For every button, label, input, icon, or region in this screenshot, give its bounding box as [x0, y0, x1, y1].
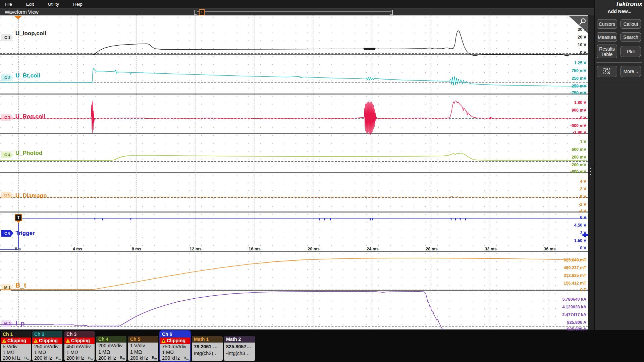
math2-settings-badge[interactable]: Math 2 825.8057… -intg(ch3…: [224, 336, 255, 361]
time-tick-label: 28 ms: [426, 247, 437, 251]
results-table-button[interactable]: Results Table: [597, 45, 617, 58]
waveform-grid: 30 V 20 V 10 V 0 V C 1 U_loop,coil 1.25 …: [0, 15, 588, 330]
badge-title: Ch 4: [96, 336, 126, 343]
gridline: [432, 15, 432, 330]
ch3-settings-badge[interactable]: Ch 3 !Clipping 450 mV/div 1 MΩ 200 kHzBW: [64, 331, 95, 361]
scale-label: -2 V: [579, 202, 586, 207]
ch2-label[interactable]: U_Bt,coil: [15, 72, 40, 79]
ch4-label[interactable]: U_Photod: [15, 150, 42, 157]
scale-label: 625.649 mT: [564, 258, 586, 262]
menu-help[interactable]: Help: [73, 2, 83, 7]
ch5-zero-line: [0, 197, 588, 198]
scale-label: 4.129028 kA: [562, 305, 586, 309]
slice-ch2: 1.25 V 750 mV 250 mV -250 mV -750 mV C 2…: [0, 55, 588, 95]
plot-button[interactable]: Plot: [621, 46, 641, 57]
ch1-settings-badge[interactable]: Ch 1 !Clipping 5 V/div 1 MΩ 200 kHzBW: [1, 331, 31, 361]
math1-settings-badge[interactable]: Math 1 78.2061 … Intg(ch2)…: [192, 336, 223, 361]
trigger-source-pointer-icon: [16, 221, 20, 223]
time-tick-label: 0 s: [15, 247, 20, 251]
menu-utility[interactable]: Utility: [48, 2, 59, 7]
scale-label: 750 mV: [572, 68, 586, 73]
ch2-settings-badge[interactable]: Ch 2 !Clipping 250 mV/div 1 MΩ 200 kHzBW: [32, 331, 62, 361]
cursors-button[interactable]: Cursors: [597, 19, 617, 29]
ch5-settings-badge[interactable]: Ch 5 1 V/div 1 MΩ 200 kHzBW: [128, 336, 158, 361]
scale-label: -750 mV: [570, 90, 586, 95]
add-new-heading: Add New...: [595, 9, 644, 14]
math2-label[interactable]: I_p: [15, 320, 24, 327]
scale-setting: 450 mV/div: [64, 344, 95, 350]
callout-button[interactable]: Callout: [621, 19, 641, 29]
measure-button[interactable]: Measure: [597, 32, 617, 42]
time-tick-label: 8 ms: [132, 247, 142, 251]
scale-label: -825.806 A: [566, 327, 586, 331]
scale-label: 1 V: [580, 139, 586, 144]
scale-label: 0 V: [580, 116, 586, 120]
impedance-setting: 1 MΩ: [96, 349, 126, 355]
badge-title: Ch 6: [160, 331, 190, 338]
impedance-setting: 1 MΩ: [160, 350, 190, 355]
scale-label: 10 V: [578, 43, 586, 47]
bottom-bar: Ch 1 !Clipping 5 V/div 1 MΩ 200 kHzBW Ch…: [0, 330, 644, 362]
ch3-badge[interactable]: C 3: [1, 114, 13, 121]
ch5-label[interactable]: U_Diamagn: [15, 192, 47, 199]
ch4-badge[interactable]: C 4: [1, 152, 13, 158]
sidebar-separator: [596, 62, 642, 63]
scale-label: -200 mV: [570, 163, 586, 167]
ch6-badge[interactable]: C 6: [1, 230, 13, 237]
math1-label[interactable]: B_t: [15, 282, 26, 289]
scale-label: 825.806 A: [567, 320, 586, 325]
time-tick-label: 36 ms: [544, 247, 555, 251]
scale-label: 1.80 V: [574, 100, 586, 105]
ch4-settings-badge[interactable]: Ch 4 200 mV/div 1 MΩ 200 kHzBW: [96, 336, 126, 361]
tab-waveform-view[interactable]: Waveform View: [5, 9, 39, 15]
ch6-settings-badge[interactable]: Ch 6 !Clipping 750 mV/div 1 MΩ 200 kHzBW: [160, 331, 190, 361]
impedance-setting: 1 MΩ: [64, 350, 95, 355]
slice-ch5: 4 V 2 V 0 V -2 V -4 V C 5 U_Diamagn: [0, 173, 588, 213]
bw-limit-icon: BW: [120, 355, 125, 361]
gridline: [550, 15, 550, 330]
bw-limit-icon: BW: [184, 355, 189, 361]
ch2-badge[interactable]: C 2: [1, 74, 13, 81]
trigger-source-t-icon[interactable]: T: [15, 214, 22, 221]
ch1-label[interactable]: U_loop,coil: [15, 30, 46, 37]
badge-title: Ch 5: [128, 336, 158, 343]
scale-label: 1.25 V: [574, 61, 586, 65]
badge-title: Math 1: [192, 336, 223, 343]
impedance-setting: 1 MΩ: [1, 350, 31, 355]
bw-limit-icon: BW: [56, 355, 61, 361]
math-expression: -intg(ch3…: [224, 350, 255, 357]
scale-label: 0 V: [580, 50, 586, 55]
search-button[interactable]: Search: [621, 32, 641, 42]
more-button[interactable]: More...: [621, 66, 641, 77]
bandwidth-setting: 200 kHzBW: [96, 355, 126, 361]
menu-file[interactable]: File: [5, 2, 12, 7]
badge-title: Ch 1: [1, 331, 31, 338]
scale-label: 156.412 mT: [564, 281, 586, 286]
horizontal-overview-line[interactable]: [197, 11, 391, 12]
warning-icon: !: [161, 339, 166, 343]
impedance-setting: 1 MΩ: [32, 350, 62, 355]
scale-label: 312.825 mT: [564, 273, 586, 278]
ch3-label[interactable]: U_Rog,coil: [15, 113, 45, 120]
drag-handle[interactable]: [590, 167, 592, 176]
math-value: 825.8057…: [224, 343, 255, 350]
trigger-level-arrow-icon[interactable]: [582, 232, 586, 238]
warning-icon: !: [34, 339, 38, 343]
clipping-banner: !Clipping: [160, 338, 190, 344]
scale-label: 20 V: [578, 35, 586, 40]
ch6-label[interactable]: Trigger: [15, 230, 35, 237]
scale-label: -1.80 V: [573, 130, 586, 135]
bw-limit-icon: BW: [88, 355, 93, 361]
scale-setting: 200 mV/div: [96, 343, 126, 349]
trigger-position-icon[interactable]: [14, 16, 22, 19]
scale-label: 1.50 V: [574, 238, 586, 243]
menu-edit[interactable]: Edit: [26, 2, 34, 7]
overview-trigger-icon[interactable]: T: [199, 9, 205, 15]
bandwidth-setting: 200 kHzBW: [1, 355, 31, 361]
clipping-banner: !Clipping: [32, 338, 62, 344]
scale-label: 2 V: [580, 187, 586, 191]
ch1-badge[interactable]: C 1: [1, 34, 13, 41]
zoom-select-button[interactable]: [597, 66, 617, 77]
math2-badge[interactable]: M 2: [1, 320, 13, 327]
menu-bar: File Edit Utility Help: [0, 0, 594, 8]
